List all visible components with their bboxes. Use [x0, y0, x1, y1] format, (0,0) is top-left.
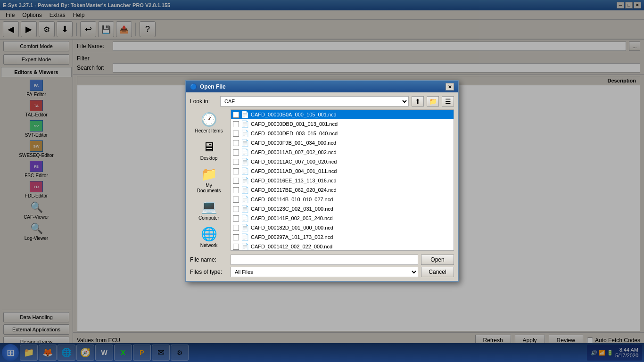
file-checkbox[interactable] — [233, 168, 239, 174]
recent-items-label: Recent Items — [195, 128, 223, 133]
filetype-select[interactable]: All Files — [231, 267, 418, 277]
dialog-title-text: Open File — [200, 83, 226, 90]
file-icon: 📄 — [241, 167, 249, 175]
lookin-label: Look in: — [190, 98, 217, 105]
file-list-item[interactable]: 📄CAFD_000016EE_113_113_016.ncd — [231, 176, 454, 185]
filename-label: File name: — [190, 256, 228, 263]
file-checkbox[interactable] — [233, 178, 239, 184]
sidebar-computer[interactable]: 💻 Computer — [192, 197, 225, 223]
filename-input[interactable] — [231, 255, 418, 265]
file-name: CAFD_000017BE_062_020_024.ncd — [251, 187, 337, 193]
file-name: CAFD_000141F_002_005_240.ncd — [251, 215, 333, 221]
file-checkbox[interactable] — [233, 206, 239, 212]
sidebar-network[interactable]: 🌐 Network — [192, 224, 225, 250]
file-name: CAFD_00000DED_003_015_040.ncd — [251, 131, 338, 136]
file-list-item[interactable]: 📄CAFD_000017BE_062_020_024.ncd — [231, 185, 454, 195]
sidebar-my-documents[interactable]: 📁 My Documents — [192, 164, 225, 196]
file-icon: 📄 — [241, 177, 249, 184]
file-icon: 📄 — [241, 214, 249, 222]
file-list-item[interactable]: 📄CAFD_000011AD_004_001_011.ncd — [231, 166, 454, 176]
network-label: Network — [200, 243, 218, 248]
file-icon: 📄 — [241, 158, 249, 165]
file-name: CAFD_000011AB_007_002_002.ncd — [251, 149, 337, 155]
file-name: CAFD_00000F9B_001_034_000.ncd — [251, 140, 336, 146]
file-list-item[interactable]: 📄CAFD_000011AC_007_000_020.ncd — [231, 157, 454, 166]
file-name: CAFD_000114B_010_010_027.ncd — [251, 197, 333, 202]
desktop-label: Desktop — [200, 156, 218, 161]
lookin-row: Look in: CAF ⬆ 📁 ☰ — [190, 96, 454, 107]
dialog-cancel-btn[interactable]: Cancel — [421, 267, 454, 277]
dialog-open-btn[interactable]: Open — [421, 255, 454, 265]
file-checkbox[interactable] — [233, 131, 239, 137]
dialog-title-bar: 🔵 Open File ✕ — [186, 81, 458, 92]
filename-input-row: File name: Open — [190, 255, 454, 265]
file-checkbox[interactable] — [233, 244, 239, 250]
dialog-icon: 🔵 — [190, 83, 197, 90]
file-name: CAFD_000011AD_004_001_011.ncd — [251, 168, 337, 174]
computer-label: Computer — [198, 215, 219, 221]
filetype-label: Files of type: — [190, 269, 228, 275]
file-icon: 📄 — [241, 120, 249, 128]
file-icon: 📄 — [241, 205, 249, 213]
file-checkbox[interactable] — [233, 140, 239, 146]
file-checkbox[interactable] — [233, 121, 239, 127]
file-icon: 📄 — [241, 224, 249, 231]
file-list-item[interactable]: 📄CAFD_00000DBD_001_013_001.ncd — [231, 119, 454, 129]
file-list-item[interactable]: 📄CAFD_000123C_002_031_000.ncd — [231, 204, 454, 214]
file-icon: 📄 — [241, 148, 249, 156]
file-icon: 📄 — [241, 186, 249, 194]
sidebar-desktop[interactable]: 🖥 Desktop — [192, 137, 225, 163]
file-list-item[interactable]: 📄CAFD_000114B_010_010_027.ncd — [231, 195, 454, 204]
lookin-up-btn[interactable]: ⬆ — [412, 96, 424, 107]
file-name: CAFD_00000B0A_000_105_001.ncd — [251, 112, 337, 117]
file-checkbox[interactable] — [233, 112, 239, 118]
file-list-item[interactable]: 📄CAFD_000141F_002_005_240.ncd — [231, 214, 454, 223]
file-icon: 📄 — [241, 139, 249, 147]
dialog-body: Look in: CAF ⬆ 📁 ☰ 🕐 Recent Items 🖥 — [186, 92, 458, 281]
file-icon: 📄 — [241, 196, 249, 203]
file-name: CAFD_000016EE_113_113_016.ncd — [251, 178, 337, 183]
file-list-item[interactable]: 📄CAFD_000297A_101_173_002.ncd — [231, 232, 454, 242]
file-list-item[interactable]: 📄CAFD_00000B0A_000_105_001.ncd — [231, 110, 454, 119]
file-checkbox[interactable] — [233, 149, 239, 156]
file-name: CAFD_000182D_001_000_000.ncd — [251, 225, 333, 230]
file-browser: 🕐 Recent Items 🖥 Desktop 📁 My Documents … — [190, 109, 454, 251]
open-file-dialog: 🔵 Open File ✕ Look in: CAF ⬆ 📁 ☰ — [185, 80, 459, 282]
file-list[interactable]: 📄CAFD_00000B0A_000_105_001.ncd📄CAFD_0000… — [231, 109, 454, 251]
computer-icon: 💻 — [201, 199, 217, 214]
file-name: CAFD_000297A_101_173_002.ncd — [251, 234, 333, 240]
file-list-item[interactable]: 📄CAFD_000182D_001_000_000.ncd — [231, 223, 454, 232]
my-documents-label: My Documents — [194, 183, 224, 193]
file-checkbox[interactable] — [233, 215, 239, 222]
file-name: CAFD_000123C_002_031_000.ncd — [251, 206, 333, 212]
file-name: CAFD_0001412_002_022_000.ncd — [251, 244, 332, 249]
network-icon: 🌐 — [201, 226, 217, 242]
file-checkbox[interactable] — [233, 187, 239, 193]
lookin-select[interactable]: CAF — [220, 96, 409, 107]
dialog-close-btn[interactable]: ✕ — [446, 83, 454, 90]
file-checkbox[interactable] — [233, 197, 239, 203]
recent-items-icon: 🕐 — [201, 112, 217, 127]
file-checkbox[interactable] — [233, 234, 239, 240]
file-name: CAFD_000011AC_007_000_020.ncd — [251, 159, 337, 165]
file-icon: 📄 — [241, 243, 249, 250]
filetype-row: Files of type: All Files Cancel — [190, 267, 454, 277]
file-list-item[interactable]: 📄CAFD_000011AB_007_002_002.ncd — [231, 148, 454, 157]
file-checkbox[interactable] — [233, 225, 239, 231]
file-list-item[interactable]: 📄CAFD_0001412_002_022_000.ncd — [231, 242, 454, 251]
file-checkbox[interactable] — [233, 159, 239, 165]
file-icon: 📄 — [241, 233, 249, 241]
file-sidebar: 🕐 Recent Items 🖥 Desktop 📁 My Documents … — [190, 109, 228, 251]
lookin-new-folder-btn[interactable]: 📁 — [427, 96, 439, 107]
sidebar-recent-items[interactable]: 🕐 Recent Items — [192, 109, 225, 136]
file-icon: 📄 — [241, 111, 249, 118]
modal-overlay: 🔵 Open File ✕ Look in: CAF ⬆ 📁 ☰ — [0, 0, 644, 362]
file-icon: 📄 — [241, 130, 249, 137]
lookin-view-btn[interactable]: ☰ — [442, 96, 454, 107]
file-list-item[interactable]: 📄CAFD_00000F9B_001_034_000.ncd — [231, 138, 454, 148]
file-name: CAFD_00000DBD_001_013_001.ncd — [251, 121, 338, 127]
desktop-icon: 🖥 — [202, 139, 215, 155]
my-documents-icon: 📁 — [201, 166, 217, 182]
file-list-item[interactable]: 📄CAFD_00000DED_003_015_040.ncd — [231, 129, 454, 138]
